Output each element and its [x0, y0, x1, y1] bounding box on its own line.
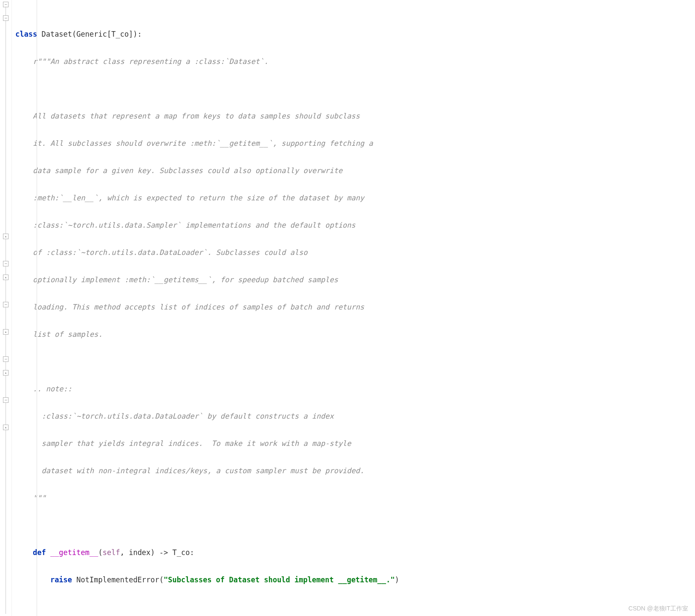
fold-toggle-icon[interactable] [3, 397, 9, 403]
code-line[interactable]: class Dataset(Generic[T_co]): [15, 27, 695, 41]
gutter [0, 0, 12, 616]
code-line[interactable]: def __getitem__(self, index) -> T_co: [15, 546, 695, 559]
docstring-line[interactable]: optionally implement :meth:`__getitems__… [15, 273, 695, 286]
paren: ) [395, 576, 399, 584]
space [72, 576, 76, 584]
paren: ( [98, 548, 102, 557]
docstring-line[interactable]: :class:`~torch.utils.data.Sampler` imple… [15, 218, 695, 232]
docstring-line[interactable]: sampler that yields integral indices. To… [15, 437, 695, 450]
fold-toggle-icon[interactable] [3, 2, 9, 7]
fold-close-icon[interactable] [3, 234, 9, 239]
fold-toggle-icon[interactable] [3, 356, 9, 362]
keyword: raise [50, 576, 72, 584]
docstring-line[interactable]: loading. This method accepts list of ind… [15, 300, 695, 314]
keyword: def [15, 548, 50, 557]
docstring-line[interactable]: """ [15, 491, 695, 505]
sig-rest: , index) -> T_co: [120, 548, 194, 557]
fold-toggle-icon[interactable] [3, 15, 9, 21]
fold-close-icon[interactable] [3, 425, 9, 430]
keyword: class [15, 30, 37, 38]
docstring-line[interactable] [15, 355, 695, 368]
fold-close-icon[interactable] [3, 275, 9, 280]
code-area[interactable]: class Dataset(Generic[T_co]): r"""An abs… [12, 0, 695, 616]
watermark: CSDN @老狼IT工作室 [629, 605, 688, 613]
error-call: NotImplementedError( [76, 576, 164, 584]
method-name: __getitem__ [50, 548, 98, 557]
docstring-line[interactable]: data sample for a given key. Subclasses … [15, 164, 695, 177]
docstring-line[interactable]: All datasets that represent a map from k… [15, 109, 695, 123]
indent [15, 576, 50, 584]
code-editor: class Dataset(Generic[T_co]): r"""An abs… [0, 0, 695, 616]
indent-guide [37, 0, 37, 616]
docstring-line[interactable]: r"""An abstract class representing a :cl… [15, 55, 695, 68]
string-literal: "Subclasses of Dataset should implement … [164, 576, 395, 584]
class-sig: Dataset(Generic[T_co]): [37, 30, 142, 38]
blank-line[interactable] [15, 518, 695, 532]
fold-line [6, 4, 6, 614]
fold-close-icon[interactable] [3, 370, 9, 376]
docstring-line[interactable]: it. All subclasses should overwrite :met… [15, 136, 695, 150]
docstring-line[interactable]: :meth:`__len__`, which is expected to re… [15, 191, 695, 205]
fold-toggle-icon[interactable] [3, 261, 9, 266]
docstring-line[interactable] [15, 82, 695, 95]
docstring-line[interactable]: of :class:`~torch.utils.data.DataLoader`… [15, 246, 695, 259]
blank-line[interactable] [15, 600, 695, 614]
code-line[interactable]: raise NotImplementedError("Subclasses of… [15, 573, 695, 587]
docstring-line[interactable]: dataset with non-integral indices/keys, … [15, 464, 695, 477]
fold-toggle-icon[interactable] [3, 302, 9, 307]
fold-close-icon[interactable] [3, 329, 9, 335]
docstring-line[interactable]: :class:`~torch.utils.data.DataLoader` by… [15, 409, 695, 423]
self-param: self [103, 548, 120, 557]
docstring-line[interactable]: list of samples. [15, 327, 695, 341]
docstring-line[interactable]: .. note:: [15, 382, 695, 396]
